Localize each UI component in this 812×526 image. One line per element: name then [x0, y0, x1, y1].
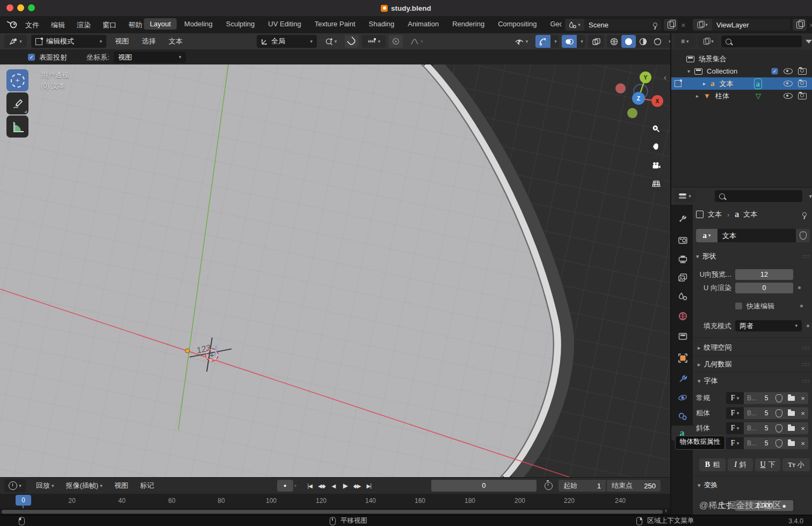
u-render-value[interactable]: 0 [735, 283, 793, 293]
panel-grip-icon[interactable]: ∷∷ [802, 378, 810, 384]
xray-toggle-button[interactable] [588, 35, 604, 48]
pin-icon[interactable] [802, 212, 807, 217]
scene-browse-button[interactable]: ▾ [565, 19, 584, 31]
viewlayer-remove-icon[interactable]: × [809, 21, 812, 29]
font-unlink-button[interactable]: × [798, 422, 808, 434]
auto-keying-button[interactable]: ● [277, 480, 293, 492]
panel-grip-icon[interactable]: ∷∷ [802, 254, 810, 260]
outliner-collapse-icon[interactable]: ‹ [664, 73, 666, 82]
annotate-tool-button[interactable] [6, 92, 28, 114]
font-unlink-button[interactable]: × [798, 392, 808, 404]
shape-panel-header[interactable]: ▾ 形状 ∷∷ [696, 250, 810, 262]
id-browse-dropdown[interactable]: a ▾ [696, 229, 717, 242]
gizmo-axis-neg-y-ball[interactable] [627, 108, 637, 118]
disclosure-closed-icon[interactable]: ▸ [696, 93, 699, 99]
workspace-tab-rendering[interactable]: Rendering [446, 18, 490, 30]
font-panel-header[interactable]: ▾ 字体 ∷∷ [696, 375, 810, 387]
font-users-count[interactable]: 5 [760, 437, 773, 449]
panel-grip-icon[interactable]: ∷∷ [802, 345, 810, 351]
frame-end-field[interactable]: 结束点250 [607, 480, 661, 492]
camera-render-icon[interactable] [798, 81, 807, 87]
viewlayer-name-field[interactable]: ViewLayer [712, 19, 791, 31]
menu-view[interactable]: 视图 [111, 37, 133, 46]
filter-funnel-icon[interactable] [806, 40, 812, 44]
gizmos-dropdown[interactable]: ▾ [550, 35, 559, 48]
blender-logo-icon[interactable] [6, 20, 18, 31]
style-italic-button[interactable]: I 斜 [728, 458, 753, 471]
tab-collection-props[interactable] [673, 329, 692, 344]
font-users-count[interactable]: 5 [760, 392, 773, 404]
menu-keying[interactable]: 抠像(插帧)▾ [60, 481, 108, 491]
tab-physics[interactable] [673, 390, 692, 405]
font-browse-dropdown[interactable]: F▾ [726, 422, 744, 434]
frame-start-field[interactable]: 起始1 [559, 480, 606, 492]
scene-new-button[interactable] [664, 19, 678, 31]
pin-icon[interactable] [653, 23, 657, 27]
outliner-row-collection[interactable]: ▾ Collection ✓ [671, 65, 812, 77]
scene-name-field[interactable]: Scene [584, 19, 662, 31]
eye-visibility-icon[interactable] [784, 68, 793, 74]
proportional-editing-button[interactable] [389, 35, 403, 48]
zoom-view-button[interactable] [649, 121, 663, 136]
next-keyframe-button[interactable]: ◆▶ [351, 480, 363, 492]
menu-render[interactable]: 渲染 [71, 20, 97, 30]
fast-edit-checkbox[interactable]: ✓ [735, 302, 742, 309]
font-unlink-button[interactable]: × [798, 407, 808, 419]
tab-modifiers[interactable] [673, 371, 692, 386]
font-fake-user-button[interactable] [773, 437, 785, 449]
animate-dot[interactable] [807, 325, 809, 327]
font-name-field[interactable]: B... [744, 407, 760, 419]
u-preview-value[interactable]: 12 [735, 269, 793, 280]
timeline-ruler[interactable]: 20 40 60 80 100 120 140 160 180 200 220 … [0, 494, 670, 508]
properties-editor-type-dropdown[interactable]: ▾ [675, 190, 695, 203]
font-open-button[interactable] [785, 422, 798, 434]
camera-render-icon[interactable] [798, 68, 807, 75]
style-underline-button[interactable]: U 下 [755, 458, 780, 471]
font-name-field[interactable]: B... [744, 392, 760, 404]
pan-view-button[interactable] [649, 139, 663, 154]
overlays-toggle-button[interactable] [562, 35, 577, 48]
shading-rendered-button[interactable] [650, 35, 665, 48]
tab-world[interactable] [673, 308, 692, 323]
tab-output[interactable] [673, 251, 692, 266]
outliner-row-text-object[interactable]: ▸ a 文本 a [671, 77, 812, 90]
font-open-button[interactable] [785, 407, 798, 419]
style-bold-button[interactable]: B 粗 [699, 458, 726, 471]
collection-exclude-checkbox[interactable]: ✓ [772, 68, 778, 75]
breadcrumb-data[interactable]: 文本 [743, 210, 802, 219]
font-fake-user-button[interactable] [773, 422, 785, 434]
workspace-tab-texture-paint[interactable]: Texture Paint [309, 18, 361, 30]
font-browse-dropdown[interactable]: F▾ [726, 392, 744, 404]
timeline-scrollbar[interactable] [2, 510, 663, 514]
mode-dropdown[interactable]: 编辑模式 ▾ [31, 35, 106, 48]
font-unlink-button[interactable]: × [798, 437, 808, 449]
viewlayer-new-button[interactable] [793, 19, 807, 31]
animate-dot[interactable] [800, 305, 803, 307]
menu-file[interactable]: 文件 [19, 20, 45, 30]
workspace-tab-sculpting[interactable]: Sculpting [220, 18, 260, 30]
style-small-caps-button[interactable]: Tт 小 [782, 458, 810, 471]
eye-visibility-icon[interactable] [784, 81, 793, 87]
shading-wireframe-button[interactable] [607, 35, 621, 48]
tab-scene[interactable] [673, 289, 692, 304]
outliner-filter-dropdown[interactable]: ▾ [698, 35, 719, 48]
gizmo-axis-x-ball[interactable]: X [651, 95, 663, 107]
tab-view-layer[interactable] [673, 270, 692, 285]
properties-options-dropdown[interactable]: ▾ [809, 193, 812, 199]
active-tool-dropdown[interactable]: ▾ [4, 35, 27, 48]
jump-to-start-button[interactable]: |◀ [304, 480, 315, 492]
font-users-count[interactable]: 5 [760, 407, 773, 419]
play-button[interactable]: ▶ [339, 480, 351, 492]
play-reverse-button[interactable]: ◀ [328, 480, 339, 492]
gizmo-axis-y-ball[interactable]: Y [640, 71, 651, 83]
fill-mode-select[interactable]: 两者 ▾ [735, 320, 802, 332]
pivot-point-dropdown[interactable]: ▾ [320, 35, 342, 48]
tab-tool[interactable] [673, 211, 692, 226]
outliner-row-scene-collection[interactable]: 场景集合 [671, 53, 812, 65]
menu-view-timeline[interactable]: 视图 [108, 481, 134, 491]
menu-playback[interactable]: 回放▾ [30, 481, 60, 491]
camera-render-icon[interactable] [798, 93, 807, 99]
outliner-row-cylinder-object[interactable]: ▸ ▼ 柱体 ▽ [671, 90, 812, 102]
playhead-marker[interactable]: 0 [16, 495, 31, 506]
workspace-tab-modeling[interactable]: Modeling [178, 18, 219, 30]
